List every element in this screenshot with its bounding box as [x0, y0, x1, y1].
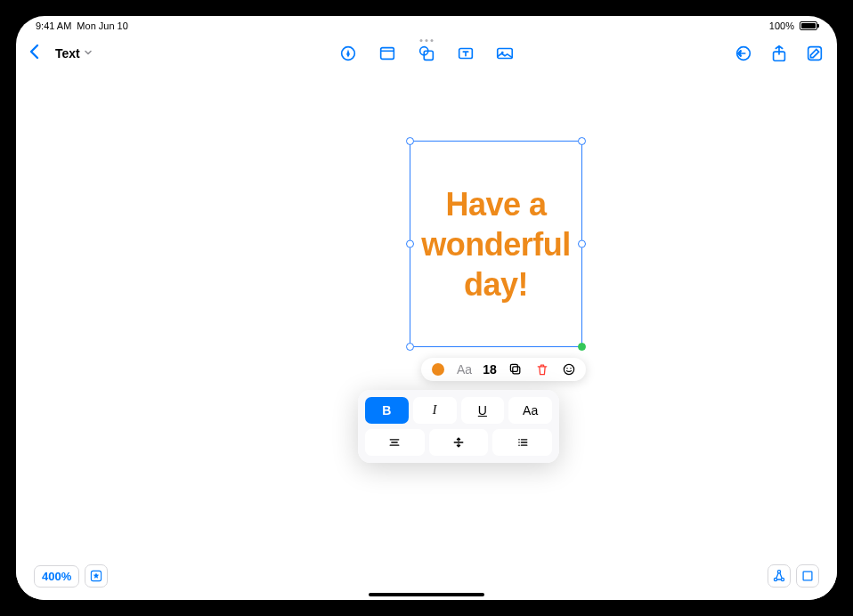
- text-style-panel: B I U Aa: [358, 390, 559, 463]
- resize-handle-top-left[interactable]: [406, 137, 414, 145]
- image-icon[interactable]: [495, 44, 515, 63]
- battery-percent: 100%: [769, 20, 794, 31]
- resize-handle-bottom-right[interactable]: [578, 343, 586, 351]
- emoji-icon[interactable]: [561, 361, 577, 377]
- text-case-button[interactable]: Aa: [508, 397, 552, 424]
- tool-title-label: Text: [55, 46, 80, 61]
- undo-icon[interactable]: [734, 44, 753, 63]
- svg-rect-1: [381, 48, 394, 60]
- zoom-controls: 400%: [34, 564, 108, 588]
- status-bar: 9:41 AM Mon Jun 10 100%: [16, 16, 837, 36]
- svg-point-15: [518, 439, 520, 441]
- svg-point-13: [566, 368, 567, 369]
- bottom-right-controls: [768, 564, 819, 588]
- color-swatch[interactable]: [430, 361, 446, 377]
- svg-point-17: [518, 444, 520, 446]
- format-toolbar: Aa 18: [421, 358, 586, 381]
- underline-button[interactable]: U: [461, 397, 505, 424]
- zoom-level-button[interactable]: 400%: [34, 565, 79, 588]
- svg-point-16: [518, 442, 520, 443]
- resize-handle-mid-right[interactable]: [578, 240, 586, 248]
- resize-handle-top-right[interactable]: [578, 137, 586, 145]
- shapes-icon[interactable]: [417, 44, 436, 63]
- svg-point-19: [777, 571, 780, 573]
- delete-icon[interactable]: [534, 361, 550, 377]
- graph-icon[interactable]: [768, 564, 791, 588]
- font-label[interactable]: Aa: [457, 362, 472, 377]
- svg-rect-22: [803, 571, 812, 580]
- status-date: Mon Jun 10: [77, 20, 127, 31]
- bold-button[interactable]: B: [365, 397, 409, 424]
- italic-button[interactable]: I: [413, 397, 457, 424]
- svg-point-12: [564, 364, 573, 374]
- status-time: 9:41 AM: [36, 20, 71, 31]
- font-size-label[interactable]: 18: [483, 362, 497, 377]
- align-button[interactable]: [365, 429, 425, 456]
- text-box-icon[interactable]: [456, 44, 475, 63]
- text-box-content[interactable]: Have a wonderful day!: [410, 184, 581, 304]
- duplicate-icon[interactable]: [508, 361, 524, 377]
- resize-handle-bottom-left[interactable]: [406, 343, 414, 351]
- vertical-align-button[interactable]: [429, 429, 489, 456]
- text-box[interactable]: Have a wonderful day!: [410, 141, 582, 347]
- svg-point-20: [774, 578, 776, 580]
- svg-rect-11: [510, 364, 517, 371]
- tool-title[interactable]: Text: [55, 46, 93, 61]
- svg-point-21: [781, 578, 784, 580]
- pen-tool-icon[interactable]: [338, 44, 358, 63]
- sticky-note-icon[interactable]: [378, 44, 397, 63]
- svg-rect-10: [513, 367, 520, 374]
- favorites-icon[interactable]: [85, 564, 108, 588]
- back-button[interactable]: [28, 44, 39, 64]
- chevron-down-icon: [84, 48, 93, 59]
- battery-icon: [798, 21, 817, 30]
- resize-handle-mid-left[interactable]: [406, 240, 414, 248]
- list-button[interactable]: [492, 429, 552, 456]
- canvas[interactable]: Have a wonderful day! Aa 18: [16, 71, 837, 600]
- compose-icon[interactable]: [805, 44, 825, 63]
- minimap-icon[interactable]: [796, 564, 819, 588]
- svg-point-14: [570, 368, 571, 369]
- multitask-handle[interactable]: [420, 39, 434, 42]
- share-icon[interactable]: [769, 44, 789, 63]
- home-indicator[interactable]: [369, 593, 484, 596]
